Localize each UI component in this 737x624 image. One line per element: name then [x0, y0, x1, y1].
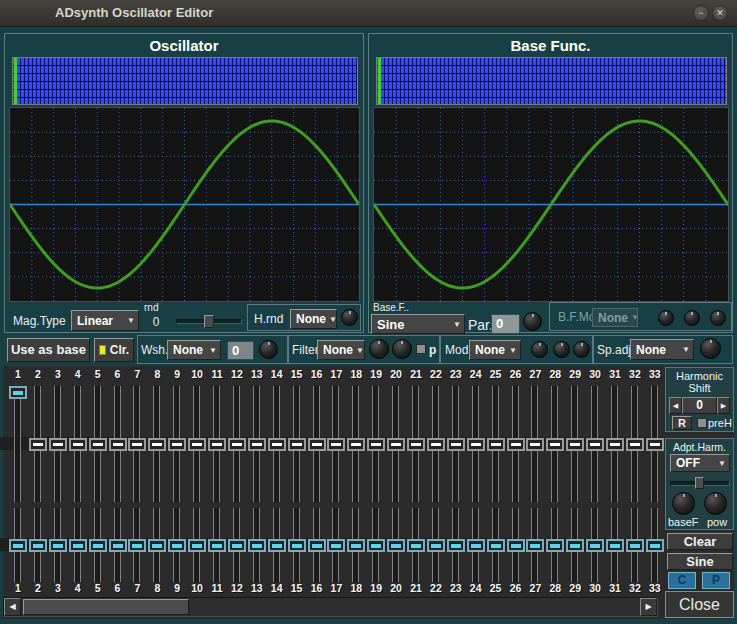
bf-mod-knob-3[interactable]: [710, 310, 726, 326]
harmonic-phase-slider-handle[interactable]: [29, 539, 47, 552]
harmonics-scrollbar[interactable]: ◀ ▶: [3, 597, 658, 617]
harmonic-amp-slider-handle[interactable]: [546, 438, 564, 451]
harmonic-phase-slider-handle[interactable]: [9, 539, 27, 552]
harmonic-amp-slider-handle[interactable]: [69, 438, 87, 451]
harmonic-phase-slider-handle[interactable]: [308, 539, 326, 552]
copy-button[interactable]: C: [668, 572, 696, 589]
harmonic-amp-slider-handle[interactable]: [347, 438, 365, 451]
paste-button[interactable]: P: [702, 572, 730, 589]
harmonic-phase-slider-handle[interactable]: [407, 539, 425, 552]
harmonic-amp-slider-handle[interactable]: [308, 438, 326, 451]
harmonic-phase-slider-handle[interactable]: [526, 539, 544, 552]
minimize-button[interactable]: −: [693, 5, 709, 21]
harmonic-amp-slider-handle[interactable]: [507, 438, 525, 451]
harmonic-amp-slider-handle[interactable]: [606, 438, 624, 451]
harmonic-shift-value[interactable]: 0: [682, 397, 717, 414]
use-as-base-button[interactable]: Use as base: [7, 338, 90, 362]
harmonic-amp-slider-handle[interactable]: [387, 438, 405, 451]
sp-adj-knob[interactable]: [700, 338, 721, 359]
wsh-dropdown[interactable]: None ▼: [167, 340, 221, 360]
harmonic-phase-slider-handle[interactable]: [646, 539, 664, 552]
harmonic-shift-reset-button[interactable]: R: [672, 416, 692, 430]
harmonic-amp-slider-handle[interactable]: [646, 438, 664, 451]
harmonic-phase-slider-handle[interactable]: [626, 539, 644, 552]
harmonic-amp-slider-handle[interactable]: [29, 438, 47, 451]
filter-dropdown[interactable]: None ▼: [317, 340, 365, 360]
adpt-harm-basef-knob[interactable]: [672, 492, 695, 515]
adpt-harm-pow-knob[interactable]: [704, 492, 727, 515]
harmonic-amp-slider-handle[interactable]: [109, 438, 127, 451]
clear-button[interactable]: Clear: [667, 533, 733, 550]
harmonic-amp-slider-handle[interactable]: [248, 438, 266, 451]
harmonic-amp-slider-handle[interactable]: [268, 438, 286, 451]
filter-knob-2[interactable]: [392, 339, 412, 359]
scrollbar-right-button[interactable]: ▶: [640, 598, 657, 616]
harmonic-amp-slider-handle[interactable]: [208, 438, 226, 451]
harmonic-phase-slider-handle[interactable]: [109, 539, 127, 552]
rnd-slider[interactable]: [176, 315, 242, 329]
scrollbar-left-button[interactable]: ◀: [4, 598, 21, 616]
mag-type-dropdown[interactable]: Linear ▼: [71, 310, 139, 331]
harmonic-amp-slider-handle[interactable]: [148, 438, 166, 451]
harmonic-amp-slider-handle[interactable]: [427, 438, 445, 451]
par-field[interactable]: 0: [491, 314, 520, 334]
bf-mod-knob-2[interactable]: [684, 310, 700, 326]
harmonic-phase-slider-handle[interactable]: [447, 539, 465, 552]
harmonic-amp-slider-handle[interactable]: [228, 438, 246, 451]
harmonic-phase-slider-handle[interactable]: [69, 539, 87, 552]
harmonic-amp-slider-handle[interactable]: [49, 438, 67, 451]
wsh-knob[interactable]: [259, 340, 278, 359]
harmonic-amp-slider-handle[interactable]: [168, 438, 186, 451]
close-button[interactable]: Close: [665, 591, 734, 618]
harmonic-amp-slider-handle[interactable]: [526, 438, 544, 451]
adpt-harm-slider-thumb[interactable]: [695, 477, 704, 489]
harmonic-phase-slider-handle[interactable]: [188, 539, 206, 552]
harmonic-phase-slider-handle[interactable]: [128, 539, 146, 552]
harmonic-phase-slider-handle[interactable]: [546, 539, 564, 552]
harmonic-phase-slider-handle[interactable]: [427, 539, 445, 552]
harmonic-amp-slider-handle[interactable]: [9, 386, 27, 399]
harmonic-amp-slider-handle[interactable]: [586, 438, 604, 451]
harmonic-phase-slider-handle[interactable]: [467, 539, 485, 552]
harmonic-amp-slider-handle[interactable]: [288, 438, 306, 451]
clr-button[interactable]: Clr.: [94, 338, 134, 362]
harmonic-phase-slider-handle[interactable]: [327, 539, 345, 552]
harmonic-phase-slider-handle[interactable]: [288, 539, 306, 552]
mod-knob-3[interactable]: [573, 341, 590, 358]
harmonic-phase-slider-handle[interactable]: [347, 539, 365, 552]
mod-knob-2[interactable]: [553, 341, 570, 358]
harmonic-phase-slider-handle[interactable]: [148, 539, 166, 552]
harmonic-phase-slider-handle[interactable]: [387, 539, 405, 552]
close-window-button[interactable]: ✕: [712, 5, 728, 21]
scrollbar-thumb[interactable]: [23, 599, 189, 615]
harmonic-phase-slider-handle[interactable]: [168, 539, 186, 552]
titlebar[interactable]: ADsynth Oscillator Editor − ✕: [0, 0, 737, 27]
harmonic-phase-slider-handle[interactable]: [49, 539, 67, 552]
harmonic-phase-slider-handle[interactable]: [487, 539, 505, 552]
harmonic-amp-slider-handle[interactable]: [188, 438, 206, 451]
bf-mod-knob-1[interactable]: [658, 310, 674, 326]
adpt-harm-slider[interactable]: [670, 477, 730, 491]
harmonic-shift-increment-button[interactable]: ▶: [717, 397, 730, 414]
harmonic-phase-slider-handle[interactable]: [367, 539, 385, 552]
wsh-par-field[interactable]: 0: [227, 341, 254, 360]
filter-p-checkbox[interactable]: [416, 344, 426, 354]
harmonic-amp-slider-handle[interactable]: [128, 438, 146, 451]
preh-checkbox[interactable]: [697, 418, 707, 428]
rnd-slider-thumb[interactable]: [204, 315, 214, 328]
filter-knob-1[interactable]: [369, 339, 389, 359]
harmonic-amp-slider-track[interactable]: [14, 386, 21, 502]
h-rnd-dropdown[interactable]: None ▼: [290, 309, 337, 329]
harmonic-amp-slider-handle[interactable]: [447, 438, 465, 451]
harmonic-amp-slider-handle[interactable]: [487, 438, 505, 451]
harmonic-phase-slider-handle[interactable]: [228, 539, 246, 552]
harmonic-amp-slider-handle[interactable]: [89, 438, 107, 451]
h-rnd-knob[interactable]: [341, 309, 358, 326]
harmonic-phase-slider-handle[interactable]: [208, 539, 226, 552]
harmonic-shift-decrement-button[interactable]: ◀: [669, 397, 682, 414]
harmonic-amp-slider-handle[interactable]: [467, 438, 485, 451]
harmonic-phase-slider-handle[interactable]: [89, 539, 107, 552]
harmonic-amp-slider-handle[interactable]: [407, 438, 425, 451]
sine-button[interactable]: Sine: [667, 553, 733, 570]
base-f-dropdown[interactable]: Sine ▼: [371, 314, 465, 334]
